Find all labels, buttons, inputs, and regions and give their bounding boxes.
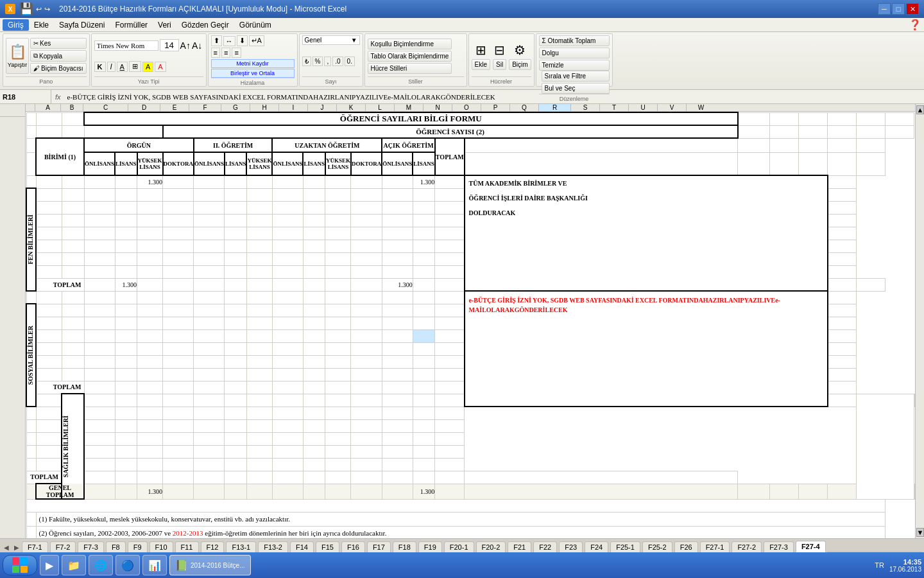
number-format-dropdown[interactable]: Genel ▼: [302, 35, 360, 45]
bold-button[interactable]: K: [94, 62, 106, 72]
sheet-tab-f27-1[interactable]: F27-1: [700, 541, 730, 552]
sheet-tab-f22[interactable]: F22: [533, 541, 557, 552]
sheet-tab-f27-3[interactable]: F27-3: [764, 541, 794, 552]
align-left-icon[interactable]: ≡: [211, 48, 220, 58]
fill-color-button[interactable]: A: [142, 62, 153, 72]
delete-cells-button[interactable]: Sil: [493, 59, 506, 70]
menu-ekle[interactable]: Ekle: [29, 19, 54, 31]
sheet-tab-f14[interactable]: F14: [290, 541, 314, 552]
find-select-button[interactable]: Bul ve Seç: [542, 83, 610, 94]
menu-gozden-gecir[interactable]: Gözden Geçir: [176, 19, 234, 31]
format-cells-button[interactable]: Biçim: [509, 59, 531, 70]
sheet-tab-f25-1[interactable]: F25-1: [610, 541, 640, 552]
formula-input[interactable]: e-BÜTÇE GİRİŞ İZNİ YOK, SGDB WEB SAYFASI…: [65, 93, 924, 101]
taskbar-chrome[interactable]: 🔵: [116, 555, 140, 575]
underline-button[interactable]: A: [117, 62, 128, 72]
fill-button[interactable]: Dolgu: [539, 48, 610, 58]
italic-button[interactable]: İ: [107, 62, 116, 72]
sheet-tab-f21[interactable]: F21: [508, 541, 531, 552]
text-wrap-button[interactable]: ↵A: [249, 35, 264, 46]
sheet-tab-f27-2[interactable]: F27-2: [732, 541, 762, 552]
sheet-tab-f23[interactable]: F23: [559, 541, 583, 552]
currency-button[interactable]: ₺: [302, 57, 311, 66]
sheet-nav-left[interactable]: ◀: [1, 543, 12, 552]
sheet-tab-f7-2[interactable]: F7-2: [50, 541, 76, 552]
font-size-input[interactable]: [160, 39, 179, 51]
sheet-tab-f20-2[interactable]: F20-2: [476, 541, 506, 552]
sheet-tab-f20-1[interactable]: F20-1: [444, 541, 474, 552]
scroll-up-button[interactable]: ▲: [916, 105, 924, 114]
font-name-input[interactable]: [94, 40, 158, 51]
taskbar-powerpoint[interactable]: 📊: [142, 555, 167, 575]
menu-giriş[interactable]: Giriş: [3, 19, 29, 31]
subtitle: ÖĞRENCİ SAYISI (2): [163, 125, 738, 138]
sheet-tab-f17[interactable]: F17: [367, 541, 391, 552]
selected-cell-r18[interactable]: [413, 329, 435, 342]
percent-button[interactable]: %: [312, 57, 323, 66]
comma-button[interactable]: ,: [324, 57, 331, 66]
maximize-button[interactable]: □: [892, 3, 905, 15]
close-button[interactable]: ✕: [906, 3, 919, 15]
sheet-tab-f16[interactable]: F16: [341, 541, 365, 552]
grid-content[interactable]: A B C D E F G H I J K L M N O P Q R S T …: [26, 104, 915, 538]
sheet-tab-f11[interactable]: F11: [175, 541, 199, 552]
vertical-scrollbar[interactable]: ▲ ▼: [915, 104, 924, 538]
sheet-tab-f7-1[interactable]: F7-1: [22, 541, 48, 552]
quick-save-icon[interactable]: 💾: [19, 2, 33, 16]
cell-styles-button[interactable]: Hücre Stilleri: [368, 63, 452, 74]
copy-button[interactable]: ⧉Kopyala: [30, 50, 87, 62]
sheet-tab-f25-2[interactable]: F25-2: [642, 541, 672, 552]
sheet-tab-f19[interactable]: F19: [418, 541, 442, 552]
sheet-tab-f27-4[interactable]: F27-4: [796, 541, 826, 552]
menu-gorunum[interactable]: Görünüm: [234, 19, 277, 31]
paste-button[interactable]: 📋 Yapıştır: [6, 38, 29, 74]
sheet-tab-f7-3[interactable]: F7-3: [78, 541, 104, 552]
redo-icon[interactable]: ↪: [44, 5, 50, 13]
taskbar-explorer[interactable]: 📁: [62, 555, 86, 575]
autosum-button[interactable]: Σ Otomatik Toplam: [539, 35, 610, 46]
align-top-icon[interactable]: ⬆: [211, 35, 222, 46]
font-color-button[interactable]: A: [155, 62, 166, 72]
sort-filter-button[interactable]: Sırala ve Filtre: [542, 71, 610, 82]
cut-button[interactable]: ✂Kes: [30, 38, 87, 49]
align-right-icon[interactable]: ≡: [232, 48, 241, 58]
undo-icon[interactable]: ↩: [36, 5, 42, 13]
taskbar-mediaplayer[interactable]: ▶: [40, 555, 59, 575]
increase-decimal-button[interactable]: .0: [332, 57, 343, 66]
insert-cells-button[interactable]: Ekle: [472, 59, 490, 70]
align-center-icon[interactable]: ≡: [221, 48, 230, 58]
sheet-tab-f10[interactable]: F10: [150, 541, 173, 552]
taskbar-ie[interactable]: 🌐: [89, 555, 113, 575]
sheet-tab-f9[interactable]: F9: [128, 541, 148, 552]
sheet-nav-right[interactable]: ▶: [12, 543, 22, 552]
start-button[interactable]: [3, 555, 37, 575]
help-icon[interactable]: ❓: [909, 19, 921, 31]
sheet-tab-f8[interactable]: F8: [106, 541, 126, 552]
align-bottom-icon[interactable]: ⬇: [237, 35, 248, 46]
sheet-tab-f15[interactable]: F15: [316, 541, 339, 552]
decrease-font-icon[interactable]: A↓: [192, 40, 202, 51]
menu-sayfa-duzeni[interactable]: Sayfa Düzeni: [54, 19, 110, 31]
scroll-down-button[interactable]: ▼: [916, 528, 924, 537]
clear-button[interactable]: Temizle: [539, 60, 610, 71]
menu-formuller[interactable]: Formüller: [110, 19, 153, 31]
table-format-button[interactable]: Tablo Olarak Biçimlendirme: [368, 51, 452, 62]
sheet-tab-f12[interactable]: F12: [201, 541, 225, 552]
sheet-tab-f24[interactable]: F24: [585, 541, 608, 552]
wrap-text-button[interactable]: Metni Kaydır: [211, 59, 295, 68]
taskbar-excel-active[interactable]: 📗 2014-2016 Bütçe...: [169, 555, 251, 575]
menu-veri[interactable]: Veri: [153, 19, 176, 31]
sheet-tab-f26[interactable]: F26: [674, 541, 698, 552]
decrease-decimal-button[interactable]: 0.: [345, 57, 355, 66]
border-button[interactable]: ⊞: [129, 61, 141, 72]
conditional-format-button[interactable]: Koşullu Biçimlendirme: [368, 39, 452, 49]
sheet-tab-f13-2[interactable]: F13-2: [258, 541, 288, 552]
merge-center-button[interactable]: Birleştir ve Ortala: [211, 69, 295, 78]
sheet-tab-f18[interactable]: F18: [393, 541, 416, 552]
minimize-button[interactable]: ─: [878, 3, 891, 15]
sheet-tab-f13-1[interactable]: F13-1: [226, 541, 256, 552]
increase-font-icon[interactable]: A↑: [180, 40, 191, 51]
cell-reference-box[interactable]: R18: [0, 90, 51, 103]
format-painter-button[interactable]: 🖌Biçim Boyacısı: [30, 63, 87, 74]
align-middle-icon[interactable]: ↔: [223, 36, 235, 46]
